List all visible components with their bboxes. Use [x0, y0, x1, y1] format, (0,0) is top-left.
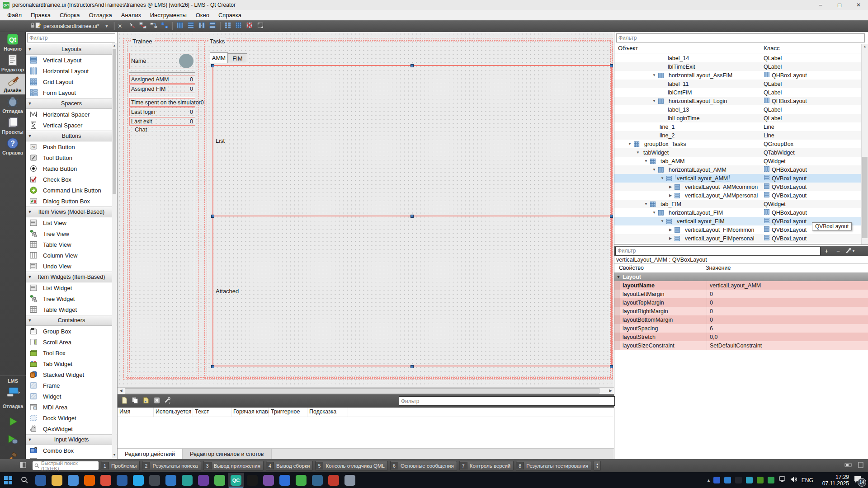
form-row[interactable]: Assigned FIM0 [129, 84, 195, 93]
chevron-down-icon[interactable]: ▼ [642, 159, 650, 163]
output-pane-button[interactable]: 1Проблемы [101, 461, 140, 471]
object-tree-scrollbar[interactable]: ▲ ▼ [861, 44, 868, 266]
avatar-circle[interactable] [179, 54, 193, 68]
edit-tab-order-button[interactable]: 12 [159, 21, 170, 31]
object-tree-row[interactable]: ▼ verticalLayout_AMM QVBoxLayout [614, 174, 862, 183]
property-row[interactable]: layoutStretch 0,0 [614, 333, 868, 341]
property-row[interactable]: layoutBottomMargin 0 [614, 315, 868, 324]
action-column-header[interactable]: Подсказка [307, 408, 348, 417]
output-pane-button[interactable]: 7Контроль версий [459, 461, 514, 471]
taskbar-app-firefox[interactable] [81, 473, 98, 488]
selection-handle[interactable] [410, 64, 414, 67]
widget-section-header[interactable]: ▼ Input Widgets [26, 434, 117, 445]
mode-projects[interactable]: Проекты [0, 115, 25, 136]
taskbar-app-app-gray[interactable] [342, 473, 358, 488]
break-layout-button[interactable] [244, 21, 255, 31]
widget-section-header[interactable]: ▼ Buttons [26, 131, 117, 141]
widget-item[interactable]: Dock Widget [26, 413, 117, 423]
property-row[interactable]: layoutSizeConstraint SetDefaultConstrain… [614, 341, 868, 350]
taskbar-app-app-save[interactable] [65, 473, 81, 488]
object-tree-row[interactable]: ▼ tab_FIM QWidget [614, 200, 862, 208]
close-document-icon[interactable]: ✕ [118, 23, 122, 29]
form-row[interactable]: Last exit0 [129, 117, 195, 126]
groupbox-tasks[interactable]: Tasks AMM FIM List Attached [204, 42, 613, 379]
scroll-right-icon[interactable]: ▶ [607, 388, 614, 394]
canvas-horizontal-scrollbar[interactable]: ◀ ▶ [118, 387, 614, 394]
chevron-right-icon[interactable]: ▶ [667, 185, 674, 189]
tab-fim[interactable]: FIM [228, 53, 247, 63]
taskbar-app-viber[interactable] [260, 473, 277, 488]
widget-item[interactable]: MDI Area [26, 402, 117, 413]
object-tree-row[interactable]: ▼ horizontalLayout_AMM QHBoxLayout [614, 165, 862, 174]
menu-help[interactable]: Справка [214, 11, 246, 19]
layout-amm-personal[interactable]: Attached [213, 216, 611, 366]
splitter-vertical-button[interactable] [207, 21, 218, 31]
widget-item[interactable]: Table View [26, 239, 117, 250]
selection-handle[interactable] [410, 365, 414, 368]
object-tree-row[interactable]: ▼ tab_AMM QWidget [614, 157, 862, 165]
taskbar-app-chrome[interactable] [98, 473, 114, 488]
object-tree-row[interactable]: lblTimeExit QLabel [614, 62, 862, 71]
widget-section-header[interactable]: ▼ Containers [26, 315, 117, 326]
mode-welcome[interactable]: Qt Начало [0, 32, 25, 53]
scroll-up-icon[interactable]: ▲ [862, 44, 868, 49]
debug-run-button[interactable] [0, 432, 26, 448]
object-tree-row[interactable]: ▼ tabWidget QTabWidget [614, 148, 862, 157]
widget-item[interactable]: Combo Box [26, 445, 117, 456]
tray-mail-icon[interactable] [713, 477, 720, 483]
selection-handle[interactable] [211, 215, 214, 218]
taskbar-app-app-monitor[interactable] [33, 473, 49, 488]
object-tree-row[interactable]: ▶ verticalLayout_FIMpersonal QVBoxLayout [614, 234, 862, 243]
tray-steam-icon[interactable] [735, 477, 742, 483]
minimize-button[interactable]: – [811, 0, 830, 10]
layout-horizontal-button[interactable] [175, 21, 185, 31]
widget-item[interactable]: Form Layout [26, 87, 117, 98]
output-pane-spinner[interactable]: ▲▼ [594, 461, 601, 471]
chevron-down-icon[interactable]: ▼ [614, 275, 623, 279]
splitter-horizontal-button[interactable] [196, 21, 207, 31]
object-tree-row[interactable]: ▼ horizontalLayout_FIM QHBoxLayout [614, 208, 862, 217]
action-editor-filter-input[interactable] [399, 396, 615, 406]
widget-section-header[interactable]: ▼ Layouts [26, 44, 117, 55]
taskbar-app-app-teal[interactable] [179, 473, 195, 488]
selection-handle[interactable] [610, 215, 613, 218]
menu-analyze[interactable]: Анализ [117, 11, 146, 19]
menu-window[interactable]: Окно [191, 11, 214, 19]
output-pane-button[interactable]: 4Вывод сборки [266, 461, 313, 471]
widget-item[interactable]: QAxWidget [26, 423, 117, 434]
chevron-down-icon[interactable]: ▼ [659, 176, 666, 180]
object-tree-row[interactable]: line_1 Line [614, 122, 862, 131]
output-pane-button[interactable]: 6Основные сообщения [390, 461, 457, 471]
property-row[interactable]: layoutSpacing 6 [614, 324, 868, 333]
output-pane-button[interactable]: 8Результаты тестирования [516, 461, 591, 471]
property-row[interactable]: layoutLeftMargin 0 [614, 290, 868, 298]
output-pane-button[interactable]: 5Консоль отладчика QML [315, 461, 388, 471]
panel-toggle-icon[interactable] [858, 462, 863, 469]
property-row[interactable]: layoutName verticalLayout_AMM [614, 281, 868, 290]
chevron-down-icon[interactable]: ▼ [651, 168, 658, 172]
delete-action-button[interactable] [151, 396, 162, 406]
groupbox-trainee[interactable]: Trainee Name Assigned AMM0 Assigned FIM0… [127, 42, 199, 379]
widget-item[interactable]: Table Widget [26, 304, 117, 315]
output-pane-button[interactable]: 2Результаты поиска [142, 461, 201, 471]
taskbar-app-app-green[interactable] [212, 473, 228, 488]
property-filter-input[interactable] [615, 247, 821, 255]
taskbar-app-app-red[interactable] [326, 473, 342, 488]
action-column-header[interactable]: Имя [118, 408, 154, 417]
column-value[interactable]: Значение [706, 265, 731, 271]
selection-handle[interactable] [610, 365, 613, 368]
form-row[interactable]: Time spent on the simulator0 [129, 98, 195, 107]
selection-handle[interactable] [211, 64, 214, 67]
configure-property-button[interactable]: ▼ [844, 246, 856, 255]
bottom-tab[interactable]: Редактор действий [118, 449, 183, 459]
kit-selector-button[interactable] [0, 385, 26, 401]
taskbar-app-qt-creator[interactable]: QC [228, 473, 244, 488]
adjust-size-button[interactable] [255, 21, 266, 31]
widget-item[interactable]: Vertical Layout [26, 55, 117, 66]
edit-widgets-button[interactable] [127, 21, 137, 31]
taskbar-app-app-purple[interactable] [195, 473, 212, 488]
chevron-down-icon[interactable]: ▼ [634, 150, 642, 155]
widget-item[interactable]: Dialog Button Box [26, 196, 117, 206]
mode-help[interactable]: ? Справка [0, 136, 25, 157]
mode-debug[interactable]: Отладка [0, 94, 25, 115]
